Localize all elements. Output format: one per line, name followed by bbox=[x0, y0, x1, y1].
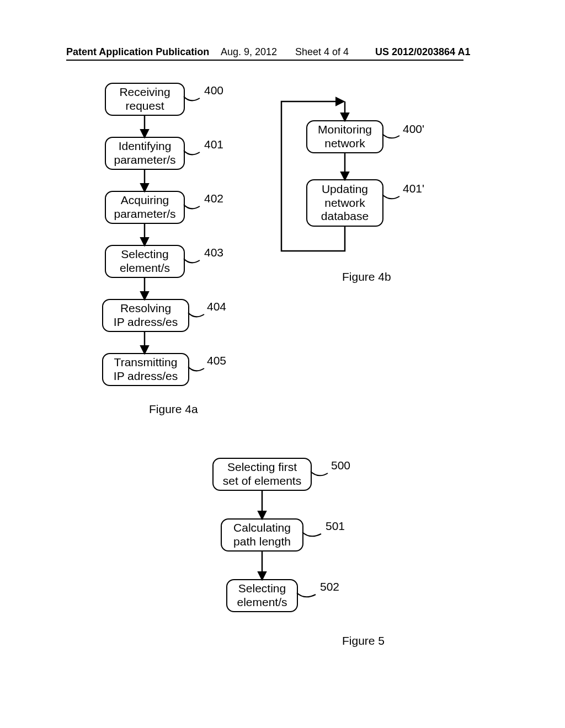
leader-401p bbox=[382, 195, 399, 199]
box-updating-network-database: Updatingnetworkdatabase bbox=[306, 179, 383, 227]
box-text: Identifyingparameter/s bbox=[114, 140, 175, 167]
box-calculating-path-length: Calculatingpath length bbox=[221, 518, 303, 552]
label-501: 501 bbox=[326, 520, 345, 533]
label-400: 400 bbox=[204, 84, 223, 97]
box-text: Selectingelement/s bbox=[120, 248, 170, 275]
header-date: Aug. 9, 2012 bbox=[221, 46, 277, 58]
box-acquiring-parameters: Acquiringparameter/s bbox=[105, 191, 185, 224]
header-rule bbox=[66, 60, 463, 61]
box-text: Acquiringparameter/s bbox=[114, 194, 175, 221]
connectors-overlay bbox=[0, 0, 565, 728]
box-transmitting-ip: TransmittingIP adress/es bbox=[102, 353, 189, 386]
box-text: Monitoringnetwork bbox=[318, 123, 372, 151]
box-text: Selecting firstset of elements bbox=[223, 461, 301, 488]
leader-500 bbox=[311, 472, 328, 475]
label-401: 401 bbox=[204, 138, 223, 151]
figure-4b-caption: Figure 4b bbox=[342, 270, 391, 283]
label-401p: 401' bbox=[403, 182, 424, 195]
figure-4a-caption: Figure 4a bbox=[149, 403, 198, 416]
box-receiving-request: Receivingrequest bbox=[105, 83, 185, 116]
box-identifying-parameters: Identifyingparameter/s bbox=[105, 137, 185, 170]
box-selecting-elements-5: Selectingelement/s bbox=[226, 579, 298, 612]
label-400p: 400' bbox=[403, 122, 424, 136]
label-402: 402 bbox=[204, 192, 223, 205]
label-404: 404 bbox=[207, 300, 226, 313]
header-sheet: Sheet 4 of 4 bbox=[295, 46, 349, 58]
header-docnum: US 2012/0203864 A1 bbox=[375, 46, 470, 58]
box-monitoring-network: Monitoringnetwork bbox=[306, 120, 383, 153]
box-text: Selectingelement/s bbox=[237, 582, 287, 609]
box-resolving-ip: ResolvingIP adress/es bbox=[102, 299, 189, 332]
box-text: Calculatingpath length bbox=[233, 521, 291, 549]
header-publication: Patent Application Publication bbox=[66, 46, 209, 58]
label-403: 403 bbox=[204, 246, 223, 259]
box-text: ResolvingIP adress/es bbox=[114, 302, 178, 329]
box-selecting-first-set: Selecting firstset of elements bbox=[212, 458, 312, 491]
page: Patent Application Publication Aug. 9, 2… bbox=[0, 0, 565, 728]
leader-405 bbox=[188, 367, 204, 371]
leader-404 bbox=[188, 313, 204, 317]
label-500: 500 bbox=[331, 459, 350, 472]
figure-5-caption: Figure 5 bbox=[342, 634, 385, 647]
box-text: Receivingrequest bbox=[119, 85, 170, 113]
leader-400 bbox=[184, 97, 200, 100]
box-text: TransmittingIP adress/es bbox=[114, 356, 178, 383]
leader-403 bbox=[184, 259, 200, 263]
label-405: 405 bbox=[207, 354, 226, 367]
label-502: 502 bbox=[320, 580, 339, 593]
leader-502 bbox=[297, 593, 316, 597]
box-text: Updatingnetworkdatabase bbox=[321, 183, 369, 223]
leader-402 bbox=[184, 205, 200, 208]
leader-400p bbox=[382, 134, 399, 138]
leader-501 bbox=[302, 532, 321, 536]
leader-401 bbox=[184, 151, 200, 154]
box-selecting-elements-4a: Selectingelement/s bbox=[105, 245, 185, 278]
